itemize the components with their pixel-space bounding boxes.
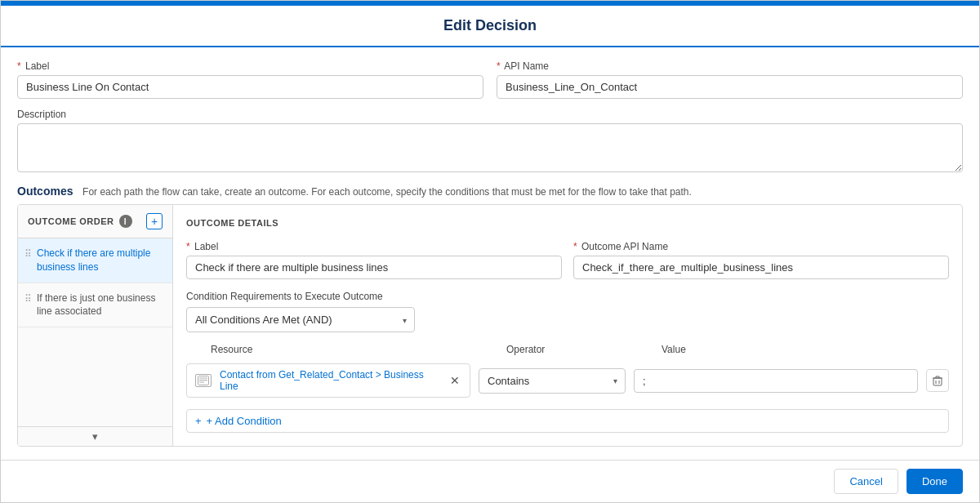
trash-icon	[932, 375, 943, 386]
outcome-list: ⠿ Check if there are multiple business l…	[18, 238, 172, 426]
chevron-down-icon: ▾	[92, 430, 98, 443]
outcome-api-group: * Outcome API Name	[573, 241, 949, 279]
outcome-item-text-1: Check if there are multiple business lin…	[37, 247, 166, 274]
label-required-star: *	[17, 60, 21, 72]
outcome-api-input[interactable]	[573, 256, 949, 279]
info-icon[interactable]: i	[119, 215, 132, 228]
modal-footer: Cancel Done	[1, 460, 979, 502]
modal-overlay: Edit Decision * Label * API Name Descri	[0, 0, 980, 503]
description-label: Description	[17, 109, 963, 120]
outcome-label-group: * Label	[186, 241, 562, 279]
label-api-row: * Label * API Name	[17, 60, 963, 99]
label-input[interactable]	[17, 75, 483, 99]
conditions-table: Resource Operator Value	[186, 344, 949, 398]
outcome-order-header: OUTCOME ORDER i +	[18, 205, 172, 238]
outcomes-title: Outcomes	[17, 185, 73, 198]
modal-body: * Label * API Name Description Outcomes	[1, 47, 979, 460]
outcome-label-api-row: * Label * Outcome API Name	[186, 241, 949, 279]
outcome-item-2[interactable]: ⠿ If there is just one business line ass…	[18, 283, 172, 328]
condition-row-inner-1: Contact from Get_Related_Contact > Busin…	[186, 363, 470, 398]
resource-col-header: Resource	[211, 344, 498, 355]
condition-req-label: Condition Requirements to Execute Outcom…	[186, 291, 949, 302]
outcome-details-panel: OUTCOME DETAILS * Label *	[173, 205, 962, 446]
conditions-table-header: Resource Operator Value	[186, 344, 949, 358]
scroll-down-button[interactable]: ▾	[18, 426, 172, 446]
outcome-order-panel: OUTCOME ORDER i + ⠿ Check if there are m…	[18, 205, 173, 446]
label-field-label: * Label	[17, 60, 483, 72]
operator-select-wrapper-1: Contains Equals Does Not Contain Starts …	[479, 368, 626, 394]
condition-row-1: Contact from Get_Related_Contact > Busin…	[186, 363, 949, 398]
description-textarea[interactable]	[17, 123, 963, 172]
condition-req-select[interactable]: All Conditions Are Met (AND) Any Conditi…	[186, 307, 415, 332]
resource-icon	[195, 374, 212, 387]
outcome-item-1[interactable]: ⠿ Check if there are multiple business l…	[18, 238, 172, 283]
modal-title: Edit Decision	[17, 17, 963, 34]
outcome-api-label: * Outcome API Name	[573, 241, 949, 252]
cancel-button[interactable]: Cancel	[834, 469, 898, 494]
condition-requirements: Condition Requirements to Execute Outcom…	[186, 291, 949, 332]
outcome-item-text-2: If there is just one business line assoc…	[37, 292, 166, 319]
outcome-details-title: OUTCOME DETAILS	[186, 218, 949, 228]
remove-resource-button-1[interactable]: ✕	[448, 374, 461, 387]
add-condition-label: + Add Condition	[207, 415, 282, 427]
api-name-field-label: * API Name	[497, 60, 963, 72]
add-condition-button[interactable]: + + Add Condition	[186, 409, 949, 433]
value-col-header: Value	[662, 344, 949, 355]
outcome-label-label: * Label	[186, 241, 562, 252]
api-required-star: *	[497, 60, 501, 72]
svg-rect-4	[933, 378, 942, 385]
label-group: * Label	[17, 60, 483, 99]
outcome-label-input[interactable]	[186, 256, 562, 279]
modal-header: Edit Decision	[1, 6, 979, 47]
outcomes-header: Outcomes For each path the flow can take…	[17, 185, 963, 204]
value-input-1[interactable]	[634, 369, 918, 393]
outcomes-section: Outcomes For each path the flow can take…	[17, 185, 963, 447]
condition-req-select-wrapper: All Conditions Are Met (AND) Any Conditi…	[186, 307, 415, 332]
add-condition-plus-icon: +	[195, 415, 202, 427]
delete-condition-button-1[interactable]	[926, 369, 949, 392]
outcome-order-label: OUTCOME ORDER	[28, 216, 114, 226]
outcome-label-required: *	[186, 241, 190, 252]
outcomes-body: OUTCOME ORDER i + ⠿ Check if there are m…	[17, 204, 963, 447]
done-button[interactable]: Done	[906, 469, 963, 494]
svg-rect-0	[198, 376, 209, 385]
operator-col-header: Operator	[506, 344, 653, 355]
outcomes-description: For each path the flow can take, create …	[82, 186, 692, 198]
api-name-input[interactable]	[497, 75, 963, 99]
description-group: Description	[17, 109, 963, 175]
api-name-group: * API Name	[497, 60, 963, 99]
outcome-api-required: *	[573, 241, 577, 252]
drag-handle-1: ⠿	[24, 248, 32, 260]
operator-select-1[interactable]: Contains Equals Does Not Contain Starts …	[479, 368, 626, 394]
resource-text-1: Contact from Get_Related_Contact > Busin…	[220, 369, 440, 392]
add-outcome-button[interactable]: +	[146, 213, 163, 229]
drag-handle-2: ⠿	[24, 293, 32, 305]
